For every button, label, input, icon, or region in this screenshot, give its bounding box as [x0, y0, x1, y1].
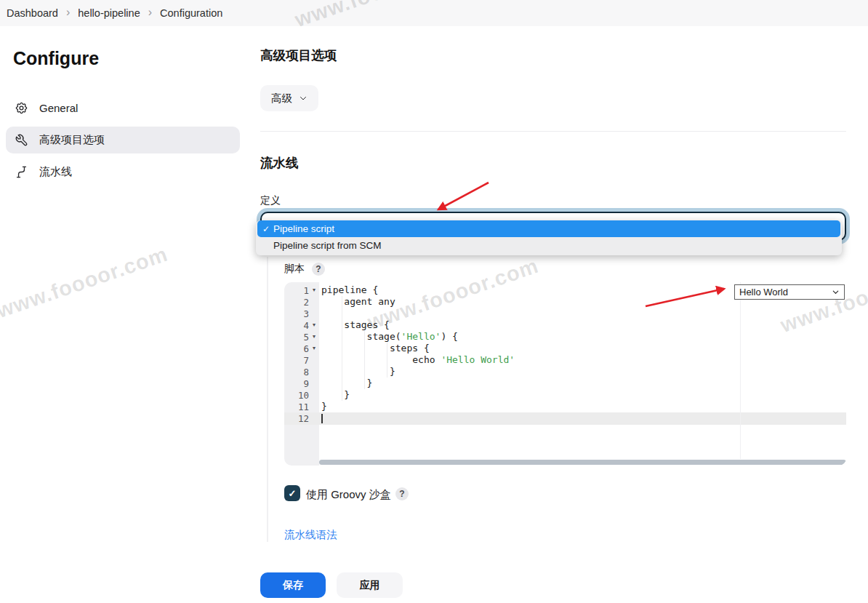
code-line	[319, 412, 846, 424]
code-line: stages {	[319, 319, 846, 331]
dropdown-option-pipeline-script-from-scm[interactable]: Pipeline script from SCM	[256, 237, 842, 254]
code-lines: pipeline { agent any stages { stage('Hel…	[319, 284, 846, 424]
breadcrumb-dashboard[interactable]: Dashboard	[7, 7, 58, 19]
page-title: Configure	[13, 48, 99, 69]
sidebar-item-label: General	[39, 102, 78, 114]
configure-page: Dashboard › hello-pipeline › Configurati…	[0, 0, 868, 603]
sample-pipeline-select[interactable]: Hello World	[734, 284, 845, 300]
line-number: 6	[284, 343, 309, 354]
breadcrumb: Dashboard › hello-pipeline › Configurati…	[0, 0, 868, 26]
chevron-down-icon	[832, 288, 840, 296]
advanced-button-label: 高级	[271, 92, 292, 105]
code-line: steps {	[319, 343, 846, 354]
sidebar-item-label: 流水线	[39, 165, 72, 179]
sidebar-item-advanced-options[interactable]: 高级项目选项	[6, 127, 240, 153]
groovy-sandbox-label: 使用 Groovy 沙盒	[306, 488, 391, 502]
dropdown-option-pipeline-script[interactable]: ✓ Pipeline script	[257, 220, 840, 237]
dropdown-option-label: Pipeline script from SCM	[273, 240, 382, 251]
dropdown-option-label: Pipeline script	[273, 223, 334, 234]
advanced-button[interactable]: 高级	[260, 85, 318, 111]
help-icon[interactable]: ?	[395, 487, 409, 500]
watermark: www.foooor.com	[0, 242, 171, 323]
line-number: 2	[284, 297, 309, 308]
code-line: }	[319, 401, 846, 412]
line-number: 7	[284, 355, 309, 366]
fold-icon[interactable]: ▾	[309, 331, 319, 343]
breadcrumb-separator-icon: ›	[66, 6, 70, 19]
sidebar-item-label: 高级项目选项	[39, 133, 105, 147]
wrench-icon	[15, 133, 28, 147]
pipeline-icon	[15, 165, 28, 179]
apply-button[interactable]: 应用	[337, 572, 403, 598]
code-line: }	[319, 378, 846, 389]
line-number: 12	[284, 413, 309, 424]
breadcrumb-job[interactable]: hello-pipeline	[78, 7, 140, 19]
sidebar-item-pipeline[interactable]: 流水线	[6, 159, 240, 185]
fold-icon[interactable]: ▾	[309, 284, 319, 296]
line-number: 5	[284, 332, 309, 343]
groovy-sandbox-checkbox[interactable]: ✓	[284, 485, 300, 501]
line-number: 11	[284, 402, 309, 412]
line-number: 9	[284, 378, 309, 389]
sidebar-item-general[interactable]: General	[6, 95, 240, 121]
text-cursor	[321, 414, 323, 423]
line-number: 1	[284, 285, 309, 296]
section-divider	[260, 131, 846, 132]
line-number: 8	[284, 367, 309, 378]
save-button[interactable]: 保存	[260, 572, 326, 598]
check-icon: ✓	[262, 224, 273, 234]
chevron-down-icon	[299, 94, 308, 103]
config-sidebar: General 高级项目选项 流水线	[6, 95, 240, 191]
breadcrumb-separator-icon: ›	[148, 6, 152, 19]
line-number: 4	[284, 320, 309, 331]
fold-icon[interactable]: ▾	[309, 343, 319, 354]
code-line: echo 'Hello World'	[319, 354, 846, 366]
script-label: 脚本	[284, 263, 305, 276]
help-icon[interactable]: ?	[312, 263, 325, 276]
line-number: 10	[284, 390, 309, 401]
definition-dropdown-menu: ✓ Pipeline script Pipeline script from S…	[256, 220, 842, 255]
breadcrumb-configuration[interactable]: Configuration	[160, 7, 222, 19]
fold-icon[interactable]: ▾	[309, 319, 319, 331]
line-number: 3	[284, 308, 309, 319]
advanced-options-heading: 高级项目选项	[260, 47, 337, 64]
pipeline-syntax-link[interactable]: 流水线语法	[284, 528, 337, 542]
horizontal-scrollbar[interactable]	[319, 460, 846, 465]
gear-icon	[15, 101, 28, 115]
pipeline-heading: 流水线	[260, 154, 299, 172]
code-line: }	[319, 366, 846, 378]
code-line	[319, 308, 846, 319]
code-line: stage('Hello') {	[319, 331, 846, 343]
code-line: }	[319, 389, 846, 401]
check-icon: ✓	[289, 488, 297, 499]
section-indent-line	[267, 257, 268, 542]
line-numbers: 1▾ 2 3 4▾ 5▾ 6▾ 7 8 9 10 11 12	[284, 284, 319, 424]
sample-select-value: Hello World	[735, 287, 832, 297]
script-editor[interactable]: 1▾ 2 3 4▾ 5▾ 6▾ 7 8 9 10 11 12 pipeline …	[284, 282, 846, 466]
definition-label: 定义	[260, 194, 281, 207]
